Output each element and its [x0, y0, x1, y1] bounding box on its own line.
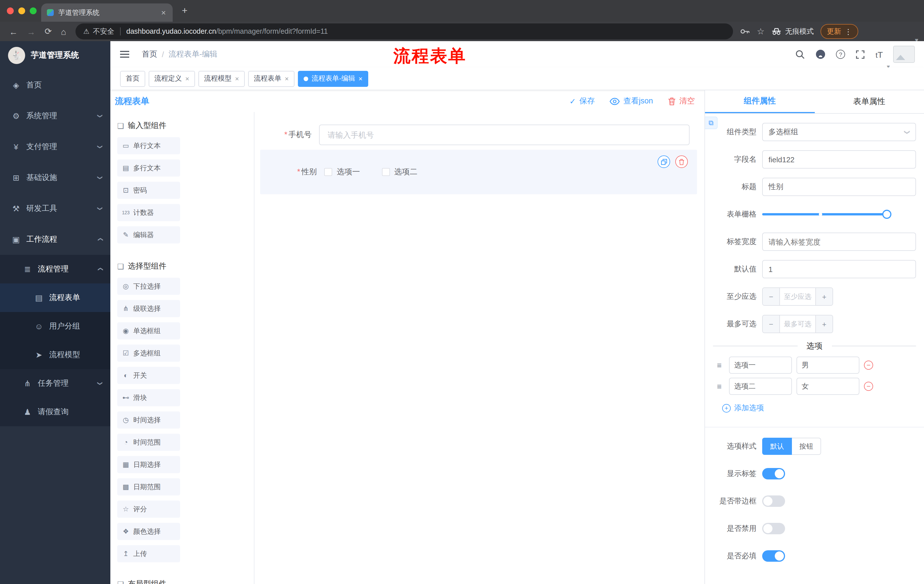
- new-tab-button[interactable]: +: [182, 6, 188, 16]
- tab-form-props[interactable]: 表单属性: [815, 90, 924, 113]
- gender-option-1[interactable]: 选项一: [324, 167, 360, 177]
- palette-item-date-range[interactable]: ▩日期范围: [117, 478, 180, 495]
- plus-button[interactable]: +: [815, 316, 833, 332]
- browser-tab[interactable]: 芋道管理系统 ×: [41, 3, 173, 22]
- back-icon[interactable]: ←: [9, 26, 18, 36]
- palette-item-color-picker[interactable]: ❖颜色选择: [117, 523, 180, 540]
- palette-item-time-picker[interactable]: ◷时间选择: [117, 411, 180, 429]
- show-label-toggle[interactable]: [762, 468, 785, 479]
- close-icon[interactable]: ×: [185, 74, 189, 82]
- option-label-input[interactable]: [729, 378, 792, 395]
- required-toggle[interactable]: [762, 550, 785, 562]
- title-input[interactable]: [762, 178, 916, 196]
- drag-handle-icon[interactable]: ≡: [714, 360, 724, 370]
- palette-item-counter[interactable]: 123计数器: [117, 204, 180, 221]
- forward-icon[interactable]: →: [27, 26, 35, 36]
- save-button[interactable]: ✓ 保存: [569, 96, 595, 106]
- palette-item-switch[interactable]: ◐开关: [117, 367, 180, 384]
- window-minimize-button[interactable]: [18, 7, 25, 14]
- help-icon[interactable]: ?: [836, 50, 845, 59]
- palette-item-select[interactable]: ◎下拉选择: [117, 278, 180, 295]
- menu-fold-icon[interactable]: [120, 51, 129, 52]
- home-icon[interactable]: ⌂: [61, 26, 66, 36]
- default-value-input[interactable]: [762, 260, 916, 278]
- palette-item-rate[interactable]: ☆评分: [117, 500, 180, 518]
- sidebar-item-infrastructure[interactable]: ⊞ 基础设施 ❯: [0, 162, 111, 193]
- palette-item-radio-group[interactable]: ◉单选框组: [117, 322, 180, 339]
- sidebar-item-devtools[interactable]: ⚒ 研发工具 ❯: [0, 193, 111, 224]
- avatar[interactable]: [893, 46, 915, 63]
- palette-item-upload[interactable]: ↥上传: [117, 545, 180, 562]
- disabled-toggle[interactable]: [762, 523, 785, 534]
- palette-item-date-picker[interactable]: ▦日期选择: [117, 456, 180, 473]
- palette-item-cascader[interactable]: ⋔级联选择: [117, 300, 180, 317]
- fullscreen-icon[interactable]: [855, 49, 865, 59]
- browser-menu-icon[interactable]: ⋮: [845, 27, 852, 36]
- minus-button[interactable]: −: [763, 288, 780, 305]
- bookmark-star-icon[interactable]: ☆: [757, 26, 764, 36]
- clear-button[interactable]: 清空: [668, 96, 695, 106]
- border-toggle[interactable]: [762, 495, 785, 507]
- sidebar-item-home[interactable]: ◈ 首页: [0, 70, 111, 100]
- tag-process-model[interactable]: 流程模型 ×: [198, 71, 245, 87]
- sidebar-item-process-form[interactable]: ▤ 流程表单: [0, 283, 111, 312]
- sidebar-item-system[interactable]: ⚙ 系统管理 ❯: [0, 100, 111, 132]
- tag-process-definition[interactable]: 流程定义 ×: [148, 71, 195, 87]
- reload-icon[interactable]: ⟳: [45, 26, 52, 36]
- plus-button[interactable]: +: [815, 288, 833, 305]
- palette-item-text-field[interactable]: ▭单行文本: [117, 137, 180, 154]
- tag-home[interactable]: 首页: [120, 71, 145, 87]
- field-name-input[interactable]: [762, 150, 916, 169]
- style-button-button[interactable]: 按钮: [792, 438, 821, 455]
- delete-widget-button[interactable]: [675, 155, 688, 168]
- sidebar-item-leave-query[interactable]: ♟ 请假查询: [0, 398, 111, 426]
- close-icon[interactable]: ×: [358, 74, 363, 82]
- tag-process-form[interactable]: 流程表单 ×: [248, 71, 294, 87]
- window-close-button[interactable]: [7, 7, 14, 14]
- label-width-input[interactable]: [762, 233, 916, 251]
- palette-item-editor[interactable]: ✎编辑器: [117, 226, 180, 243]
- remove-option-icon[interactable]: −: [864, 382, 873, 391]
- palette-item-slider[interactable]: ⊷滑块: [117, 389, 180, 406]
- update-button[interactable]: 更新 ⋮: [820, 24, 858, 39]
- option-label-input[interactable]: [729, 357, 792, 374]
- key-icon[interactable]: [739, 27, 750, 36]
- copy-widget-button[interactable]: [658, 155, 670, 168]
- checkbox-icon[interactable]: [382, 168, 390, 176]
- palette-item-checkbox-group[interactable]: ☑多选框组: [117, 345, 180, 362]
- close-icon[interactable]: ×: [285, 74, 289, 82]
- sidebar-item-user-group[interactable]: ☺ 用户分组: [0, 312, 111, 341]
- component-type-select[interactable]: 多选框组 ❯: [762, 123, 916, 141]
- tag-process-form-edit[interactable]: 流程表单-编辑 ×: [298, 71, 368, 87]
- max-select-value[interactable]: 最多可选: [780, 316, 815, 332]
- gender-option-2[interactable]: 选项二: [382, 167, 417, 177]
- slider-handle[interactable]: [882, 210, 891, 219]
- minus-button[interactable]: −: [763, 316, 780, 332]
- palette-item-time-range[interactable]: ◔时间范围: [117, 434, 180, 451]
- tab-component-props[interactable]: 组件属性: [705, 90, 815, 113]
- window-zoom-button[interactable]: [30, 7, 36, 14]
- palette-item-password[interactable]: ⊡密码: [117, 182, 180, 199]
- sidebar-item-payment[interactable]: ¥ 支付管理 ❯: [0, 132, 111, 162]
- address-bar[interactable]: ⚠ 不安全 dashboard.yudao.iocoder.cn /bpm/ma…: [75, 23, 733, 39]
- sidebar-item-process-model[interactable]: ➤ 流程模型: [0, 341, 111, 369]
- font-size-icon[interactable]: tT: [875, 49, 883, 59]
- remove-option-icon[interactable]: −: [864, 360, 873, 370]
- github-icon[interactable]: [815, 49, 826, 59]
- sidebar-item-task-management[interactable]: ⋔ 任务管理 ❯: [0, 369, 111, 398]
- palette-item-textarea[interactable]: ▤多行文本: [117, 160, 180, 176]
- sidebar-item-workflow[interactable]: ▣ 工作流程 ❯: [0, 224, 111, 255]
- min-select-value[interactable]: 至少应选: [780, 288, 815, 305]
- option-value-input[interactable]: [797, 378, 860, 395]
- grid-slider[interactable]: [762, 213, 887, 216]
- gender-widget-selected[interactable]: *性别 选项一 选项二: [260, 150, 697, 194]
- add-option-button[interactable]: + 添加选项: [722, 403, 924, 413]
- sidebar-item-process-management[interactable]: ≣ 流程管理 ❯: [0, 255, 111, 283]
- style-default-button[interactable]: 默认: [762, 438, 792, 455]
- checkbox-icon[interactable]: [324, 168, 332, 176]
- tab-close-icon[interactable]: ×: [160, 8, 167, 17]
- drag-handle-icon[interactable]: ≡: [714, 382, 724, 391]
- option-value-input[interactable]: [797, 357, 860, 374]
- breadcrumb-home[interactable]: 首页: [142, 49, 157, 59]
- close-icon[interactable]: ×: [235, 74, 239, 82]
